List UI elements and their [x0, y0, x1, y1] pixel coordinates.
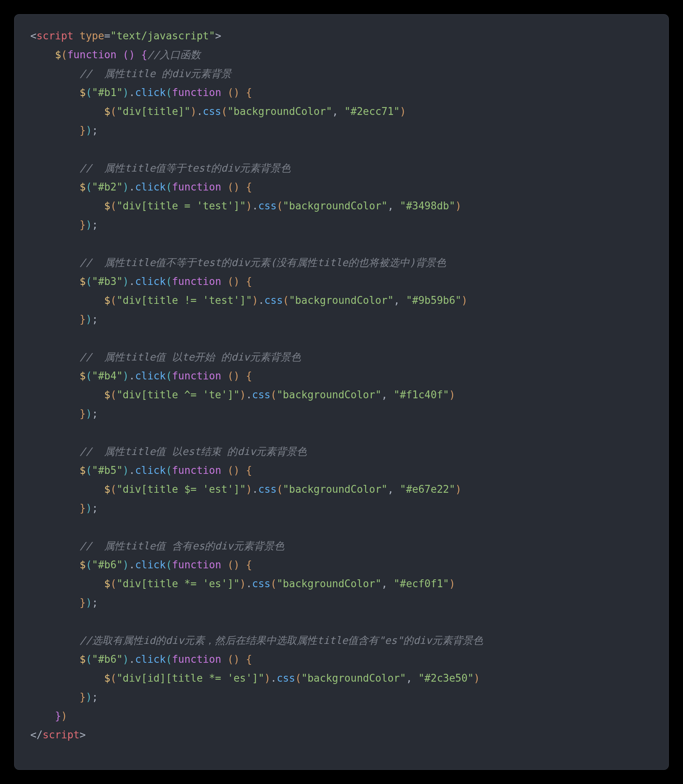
paren: ) [86, 408, 92, 420]
brace: } [79, 691, 86, 703]
paren: () [227, 653, 240, 665]
dollar: $ [104, 389, 111, 401]
paren: ) [246, 200, 252, 212]
method-css: css [252, 578, 271, 590]
paren: ( [166, 181, 172, 193]
brace: } [79, 597, 86, 608]
brace: { [246, 653, 252, 665]
css-color-2: "#3498db" [400, 200, 455, 212]
kw-function: function [172, 653, 221, 665]
dot: . [129, 181, 135, 193]
paren: () [227, 276, 240, 287]
dot: . [252, 200, 258, 212]
paren: ) [264, 672, 271, 684]
comma: , [332, 105, 344, 117]
method-click: click [135, 276, 166, 287]
dollar: $ [79, 181, 86, 193]
kw-function: function [172, 464, 221, 476]
paren: ) [123, 653, 129, 665]
dot: . [129, 276, 135, 287]
method-click: click [135, 559, 166, 571]
kw-function: function [172, 87, 221, 98]
inner-sel-4: "div[title ^= 'te']" [116, 389, 240, 401]
semi: ; [92, 502, 98, 514]
paren: () [227, 181, 240, 193]
inner-sel-1: "div[title]" [116, 105, 190, 117]
dollar: $ [104, 578, 111, 590]
method-click: click [135, 653, 166, 665]
paren: ( [221, 105, 227, 117]
code-block: <script type="text/javascript"> $(functi… [14, 14, 669, 770]
method-css: css [258, 200, 277, 212]
sel-b5: "#b5" [92, 464, 123, 476]
paren: ) [86, 597, 92, 608]
dollar: $ [104, 294, 111, 306]
brace: { [246, 181, 252, 193]
paren: ( [166, 464, 172, 476]
comment-3: // 属性title值不等于test的div元素(没有属性title的也将被选中… [79, 257, 446, 268]
css-color-7: "#2c3e50" [418, 672, 474, 684]
paren: ) [86, 502, 92, 514]
css-prop: "backgroundColor" [283, 200, 388, 212]
paren: ) [461, 294, 468, 306]
brace: { [246, 370, 252, 382]
semi: ; [92, 313, 98, 325]
sel-b6: "#b6" [92, 559, 123, 571]
paren: ) [455, 200, 461, 212]
css-color-1: "#2ecc71" [344, 105, 400, 117]
paren: ( [111, 105, 117, 117]
semi: ; [92, 408, 98, 420]
paren: ) [400, 105, 406, 117]
paren: ) [190, 105, 197, 117]
css-prop: "backgroundColor" [301, 672, 406, 684]
css-prop: "backgroundColor" [283, 483, 388, 495]
comment-2: // 属性title值等于test的div元素背景色 [79, 162, 290, 174]
dot: . [129, 559, 135, 571]
paren: ) [123, 87, 129, 98]
inner-sel-2: "div[title = 'test']" [116, 200, 246, 212]
paren: ( [271, 389, 277, 401]
paren: ( [86, 464, 92, 476]
kw-function: function [67, 49, 116, 61]
kw-function: function [172, 370, 221, 382]
paren: ( [86, 87, 92, 98]
comment-7: //选取有属性id的div元素，然后在结果中选取属性title值含有"es"的d… [79, 634, 483, 646]
dot: . [129, 87, 135, 98]
method-css: css [203, 105, 221, 117]
dot: . [246, 578, 252, 590]
kw-function: function [172, 559, 221, 571]
paren-open: ( [61, 49, 67, 61]
sel-b4: "#b4" [92, 370, 123, 382]
paren: ( [295, 672, 301, 684]
comment-1: // 属性title 的div元素背景 [79, 68, 231, 80]
dollar: $ [79, 559, 86, 571]
brace-close: } [55, 710, 61, 722]
dot: . [258, 294, 264, 306]
brace-open: { [141, 49, 148, 61]
paren: ( [123, 49, 129, 61]
method-css: css [264, 294, 283, 306]
paren: ) [455, 483, 461, 495]
dot: . [252, 483, 258, 495]
dollar: $ [79, 464, 86, 476]
attr-value: "text/javascript" [111, 30, 215, 42]
sel-b1: "#b1" [92, 87, 123, 98]
paren: ( [166, 653, 172, 665]
dot: . [246, 389, 252, 401]
sel-b6b: "#b6" [92, 653, 123, 665]
paren: ) [123, 559, 129, 571]
comma: , [394, 294, 406, 306]
paren: ( [86, 559, 92, 571]
paren: ) [449, 578, 455, 590]
comment-6: // 属性title值 含有es的div元素背景色 [79, 540, 284, 552]
css-color-6: "#ecf0f1" [394, 578, 449, 590]
paren: () [227, 87, 240, 98]
paren: ) [123, 181, 129, 193]
inner-sel-3: "div[title != 'test']" [116, 294, 252, 306]
comment-4: // 属性title值 以te开始 的div元素背景色 [79, 351, 301, 363]
comment-entry: //入口函数 [147, 49, 200, 61]
brace: } [79, 502, 86, 514]
paren: ) [123, 370, 129, 382]
tag-script: script [37, 30, 74, 42]
inner-sel-5: "div[title $= 'est']" [116, 483, 246, 495]
